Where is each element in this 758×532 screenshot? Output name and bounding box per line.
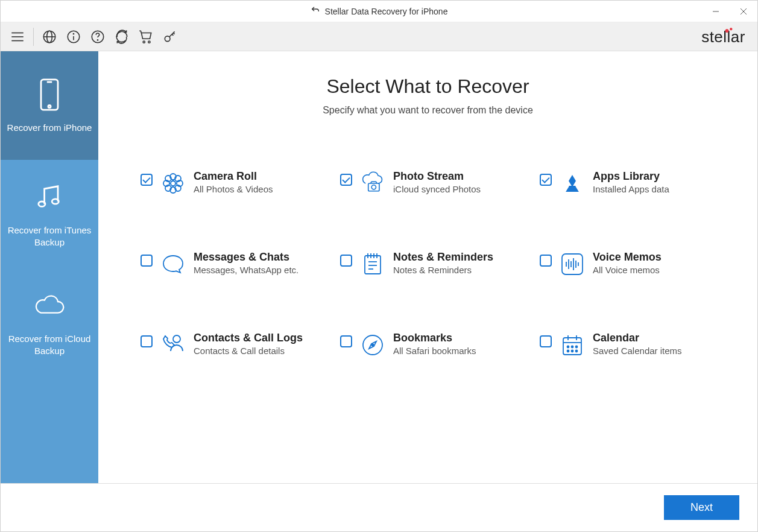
sidebar-item-label: Recover from iTunes Backup xyxy=(4,224,95,248)
option-apps-library[interactable]: Apps Library Installed Apps data xyxy=(540,170,715,197)
svg-point-58 xyxy=(572,346,573,348)
minimize-button[interactable] xyxy=(702,1,730,22)
page-title: Select What to Recover xyxy=(122,75,733,98)
option-text: Messages & Chats Messages, WhatsApp etc. xyxy=(194,251,298,275)
voice-waveform-icon xyxy=(559,251,586,277)
svg-point-62 xyxy=(576,350,578,352)
checkbox-contacts[interactable] xyxy=(141,335,153,347)
checkbox-photo-stream[interactable] xyxy=(340,174,352,186)
calendar-icon xyxy=(559,332,586,358)
option-text: Voice Memos All Voice memos xyxy=(593,251,662,275)
notes-icon xyxy=(359,251,386,277)
sidebar-item-recover-icloud[interactable]: Recover from iCloud Backup xyxy=(1,268,98,377)
option-title: Contacts & Call Logs xyxy=(194,332,303,344)
svg-point-49 xyxy=(173,335,180,343)
apps-icon xyxy=(559,170,586,197)
checkbox-messages[interactable] xyxy=(141,255,153,267)
menu-button[interactable] xyxy=(7,26,28,48)
checkbox-camera-roll[interactable] xyxy=(141,174,153,186)
svg-point-13 xyxy=(97,39,98,40)
checkbox-notes[interactable] xyxy=(340,255,352,267)
titlebar: Stellar Data Recovery for iPhone xyxy=(1,1,757,22)
svg-point-60 xyxy=(567,350,569,352)
svg-point-14 xyxy=(143,41,145,43)
option-notes[interactable]: Notes & Reminders Notes & Reminders xyxy=(340,251,516,277)
chat-icon xyxy=(160,251,186,277)
option-contacts[interactable]: Contacts & Call Logs Contacts & Call det… xyxy=(141,332,316,358)
brand-logo: stel●●lar xyxy=(701,27,745,46)
svg-rect-42 xyxy=(562,254,583,274)
compass-icon xyxy=(359,332,386,358)
refresh-button[interactable] xyxy=(111,26,133,48)
svg-point-59 xyxy=(576,346,578,348)
footer: Next xyxy=(1,483,757,531)
svg-rect-34 xyxy=(365,256,381,274)
option-text: Notes & Reminders Notes & Reminders xyxy=(393,251,493,275)
close-button[interactable] xyxy=(730,1,757,22)
option-title: Voice Memos xyxy=(593,251,662,264)
option-text: Bookmarks All Safari bookmarks xyxy=(393,332,476,356)
music-note-icon xyxy=(33,180,66,216)
option-messages[interactable]: Messages & Chats Messages, WhatsApp etc. xyxy=(141,251,316,277)
key-button[interactable] xyxy=(159,26,181,48)
cloud-icon xyxy=(33,289,66,325)
toolbar: stel●●lar xyxy=(1,22,757,51)
app-title: Stellar Data Recovery for iPhone xyxy=(325,7,448,16)
checkbox-apps-library[interactable] xyxy=(540,174,552,186)
option-text: Camera Roll All Photos & Videos xyxy=(194,170,273,194)
svg-point-57 xyxy=(567,346,569,348)
option-desc: Notes & Reminders xyxy=(393,265,493,275)
option-desc: All Safari bookmarks xyxy=(393,346,476,356)
flower-icon xyxy=(160,170,186,197)
back-arrow-icon xyxy=(311,5,320,17)
next-button[interactable]: Next xyxy=(664,495,739,520)
window-controls xyxy=(702,1,757,22)
cloud-camera-icon xyxy=(359,170,386,197)
option-bookmarks[interactable]: Bookmarks All Safari bookmarks xyxy=(340,332,516,358)
options-grid: Camera Roll All Photos & Videos Photo St… xyxy=(122,170,733,358)
titlebar-center: Stellar Data Recovery for iPhone xyxy=(311,5,448,17)
option-text: Calendar Saved Calendar items xyxy=(593,332,682,356)
option-text: Photo Stream iCloud synced Photos xyxy=(393,170,481,194)
option-title: Bookmarks xyxy=(393,332,476,344)
checkbox-calendar[interactable] xyxy=(540,335,552,347)
option-text: Apps Library Installed Apps data xyxy=(593,170,669,194)
option-title: Messages & Chats xyxy=(194,251,298,264)
option-desc: Installed Apps data xyxy=(593,184,669,194)
svg-point-20 xyxy=(39,201,45,206)
option-desc: Messages, WhatsApp etc. xyxy=(194,265,298,275)
sidebar-item-recover-iphone[interactable]: Recover from iPhone xyxy=(1,51,98,160)
option-camera-roll[interactable]: Camera Roll All Photos & Videos xyxy=(141,170,316,197)
iphone-icon xyxy=(33,78,66,113)
option-title: Photo Stream xyxy=(393,170,481,183)
svg-point-61 xyxy=(572,350,573,352)
info-button[interactable] xyxy=(63,26,84,48)
app-window: Stellar Data Recovery for iPhone xyxy=(0,0,758,532)
main-panel: Select What to Recover Specify what you … xyxy=(98,51,757,483)
sidebar-item-recover-itunes[interactable]: Recover from iTunes Backup xyxy=(1,160,98,268)
option-calendar[interactable]: Calendar Saved Calendar items xyxy=(540,332,715,358)
sidebar-item-label: Recover from iPhone xyxy=(7,122,92,134)
sidebar: Recover from iPhone Recover from iTunes … xyxy=(1,51,98,483)
svg-point-22 xyxy=(171,181,175,186)
checkbox-bookmarks[interactable] xyxy=(340,335,352,347)
svg-point-16 xyxy=(165,36,170,41)
option-text: Contacts & Call Logs Contacts & Call det… xyxy=(194,332,303,356)
cart-button[interactable] xyxy=(135,26,157,48)
svg-point-15 xyxy=(148,41,150,43)
help-button[interactable] xyxy=(87,26,109,48)
contacts-icon xyxy=(160,332,186,358)
option-voice-memos[interactable]: Voice Memos All Voice memos xyxy=(540,251,715,277)
language-button[interactable] xyxy=(39,26,60,48)
option-desc: Contacts & Call details xyxy=(194,346,303,356)
option-photo-stream[interactable]: Photo Stream iCloud synced Photos xyxy=(340,170,516,197)
sidebar-item-label: Recover from iCloud Backup xyxy=(4,333,95,356)
option-desc: iCloud synced Photos xyxy=(393,184,481,194)
checkbox-voice-memos[interactable] xyxy=(540,255,552,267)
svg-point-52 xyxy=(372,344,374,346)
option-desc: Saved Calendar items xyxy=(593,346,682,356)
option-title: Apps Library xyxy=(593,170,669,183)
option-title: Notes & Reminders xyxy=(393,251,493,264)
svg-point-18 xyxy=(48,105,51,107)
option-title: Calendar xyxy=(593,332,682,344)
